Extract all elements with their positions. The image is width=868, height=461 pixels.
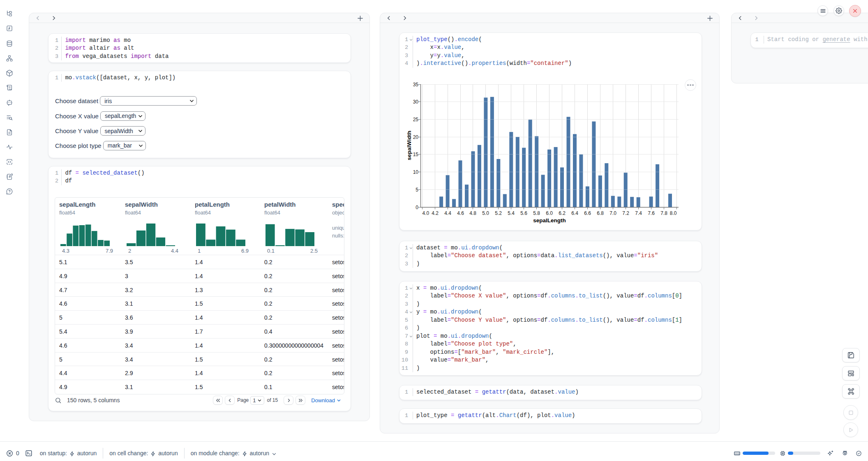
- svg-text:0: 0: [416, 205, 418, 210]
- svg-text:sepalLength: sepalLength: [533, 217, 566, 224]
- svg-text:7.4: 7.4: [635, 210, 642, 216]
- svg-text:5.0: 5.0: [482, 210, 489, 216]
- svg-text:7.8: 7.8: [660, 210, 667, 216]
- svg-text:5.8: 5.8: [533, 210, 540, 216]
- svg-text:7.6: 7.6: [648, 210, 655, 216]
- svg-text:6.8: 6.8: [597, 210, 604, 216]
- svg-text:7.0: 7.0: [609, 210, 616, 216]
- svg-text:7.2: 7.2: [622, 210, 629, 216]
- svg-text:5: 5: [416, 187, 418, 193]
- svg-text:6.0: 6.0: [546, 210, 553, 216]
- svg-text:sepalWidth: sepalWidth: [406, 131, 412, 160]
- svg-text:10: 10: [413, 169, 419, 175]
- svg-text:35: 35: [413, 82, 419, 88]
- svg-text:20: 20: [413, 134, 419, 140]
- svg-text:4.4: 4.4: [444, 210, 451, 216]
- svg-text:15: 15: [413, 152, 419, 157]
- svg-text:30: 30: [413, 99, 419, 105]
- svg-text:5.6: 5.6: [520, 210, 527, 216]
- svg-text:4.6: 4.6: [457, 210, 464, 216]
- svg-text:6.4: 6.4: [571, 210, 578, 216]
- svg-text:8.0: 8.0: [670, 210, 677, 216]
- svg-text:25: 25: [413, 117, 419, 122]
- svg-text:4.2: 4.2: [432, 210, 439, 216]
- svg-text:4.8: 4.8: [469, 210, 476, 216]
- svg-text:6.2: 6.2: [559, 210, 566, 216]
- svg-text:5.4: 5.4: [508, 210, 515, 216]
- svg-text:5.2: 5.2: [495, 210, 502, 216]
- svg-text:4.0: 4.0: [422, 210, 429, 216]
- svg-text:6.6: 6.6: [584, 210, 591, 216]
